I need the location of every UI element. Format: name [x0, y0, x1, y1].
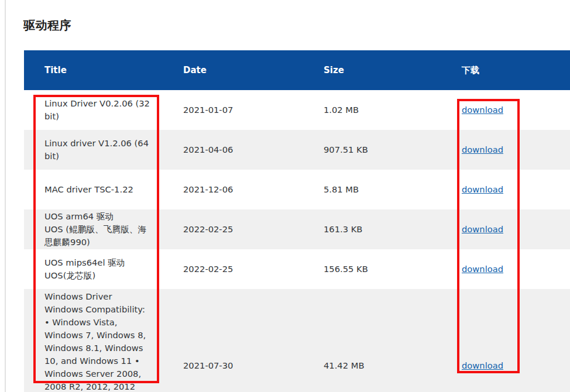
- table-row: UOS arm64 驱动 UOS (鲲鹏版、飞腾版、海 思麒麟990) 2022…: [24, 209, 570, 249]
- download-cell: download: [443, 130, 570, 170]
- date-cell: 2021-01-07: [164, 90, 305, 130]
- table-row: Windows Driver Windows Compatibility: • …: [24, 289, 570, 392]
- size-cell: 41.42 MB: [305, 289, 443, 392]
- table-row: MAC driver TSC-1.22 2021-12-06 5.81 MB d…: [24, 170, 570, 209]
- title-cell: Linux driver V1.2.06 (64 bit): [24, 130, 164, 170]
- title-cell: UOS mips64el 驱动 UOS(龙芯版): [24, 249, 164, 289]
- table-header-row: Title Date Size 下载: [24, 50, 570, 90]
- size-cell: 907.51 KB: [305, 130, 443, 170]
- date-cell: 2022-02-25: [164, 249, 305, 289]
- page: 驱动程序 Title Date Size 下载 Linux Driver V0.…: [0, 0, 570, 392]
- download-link[interactable]: download: [462, 105, 503, 115]
- left-border-rule: [5, 0, 6, 392]
- date-cell: 2021-04-06: [164, 130, 305, 170]
- table-row: UOS mips64el 驱动 UOS(龙芯版) 2022-02-25 156.…: [24, 249, 570, 289]
- size-cell: 1.02 MB: [305, 90, 443, 130]
- column-header-date: Date: [164, 50, 305, 90]
- download-cell: download: [443, 289, 570, 392]
- table-row: Linux Driver V0.2.06 (32 bit) 2021-01-07…: [24, 90, 570, 130]
- date-cell: 2021-12-06: [164, 170, 305, 209]
- column-header-download: 下载: [443, 50, 570, 90]
- download-link[interactable]: download: [462, 264, 503, 274]
- table-row: Linux driver V1.2.06 (64 bit) 2021-04-06…: [24, 130, 570, 170]
- title-cell: MAC driver TSC-1.22: [24, 170, 164, 209]
- title-cell: Windows Driver Windows Compatibility: • …: [24, 289, 164, 392]
- column-header-size: Size: [305, 50, 443, 90]
- driver-table: Title Date Size 下载 Linux Driver V0.2.06 …: [24, 50, 570, 392]
- download-link[interactable]: download: [462, 145, 503, 154]
- download-cell: download: [443, 209, 570, 249]
- download-link[interactable]: download: [462, 224, 503, 234]
- title-cell: Linux Driver V0.2.06 (32 bit): [24, 90, 164, 130]
- date-cell: 2021-07-30: [164, 289, 305, 392]
- download-cell: download: [443, 249, 570, 289]
- download-link[interactable]: download: [462, 360, 503, 370]
- download-link[interactable]: download: [462, 184, 503, 194]
- date-cell: 2022-02-25: [164, 209, 305, 249]
- title-cell: UOS arm64 驱动 UOS (鲲鹏版、飞腾版、海 思麒麟990): [24, 209, 164, 249]
- size-cell: 156.55 KB: [305, 249, 443, 289]
- size-cell: 5.81 MB: [305, 170, 443, 209]
- download-cell: download: [443, 90, 570, 130]
- column-header-title: Title: [24, 50, 164, 90]
- section-heading: 驱动程序: [23, 18, 71, 33]
- download-cell: download: [443, 170, 570, 209]
- size-cell: 161.3 KB: [305, 209, 443, 249]
